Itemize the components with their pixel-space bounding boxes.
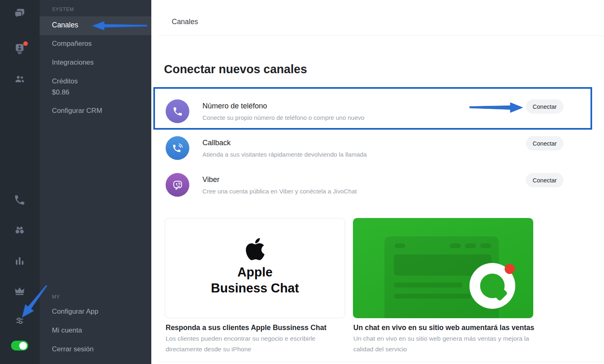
- jivochat-logo-icon: [469, 263, 515, 309]
- upgrade-icon[interactable]: [13, 285, 26, 297]
- sidebar-item-creditos[interactable]: Créditos: [52, 77, 78, 85]
- reports-icon[interactable]: [13, 255, 26, 267]
- section-label-my: MY: [52, 294, 60, 300]
- apple-card-line1: Apple: [237, 264, 272, 280]
- apple-card-caption-text: Los clientes pueden encontrar su negocio…: [166, 333, 321, 355]
- sidebar-item-configurar-app[interactable]: Configurar App: [52, 308, 98, 316]
- sidebar-item-cerrar-sesion[interactable]: Cerrar sesión: [52, 345, 94, 353]
- sidebar-item-configurar-crm[interactable]: Configurar CRM: [52, 107, 102, 115]
- channel-description: Atienda a sus visitantes rápidamente dev…: [202, 151, 367, 158]
- section-label-system: SYSTEM: [52, 7, 74, 12]
- header-divider: [158, 36, 604, 36]
- settings-menu: SYSTEM Canales Compañeros Integraciones …: [40, 0, 151, 364]
- sidebar-item-label: Canales: [52, 21, 78, 29]
- bottom-divider: [158, 362, 604, 362]
- phone-channel-icon: [166, 99, 189, 123]
- page-title: Canales: [172, 18, 198, 26]
- channel-name: Viber: [202, 175, 220, 184]
- icon-rail: [0, 0, 40, 364]
- livechat-card-caption-title: Un chat en vivo en su sitio web aumentar…: [353, 324, 534, 332]
- connect-phone-button[interactable]: Conectar: [526, 99, 564, 114]
- connect-viber-button[interactable]: Conectar: [526, 173, 564, 187]
- tracker-icon[interactable]: [13, 224, 26, 236]
- apple-card-line2: Business Chat: [211, 280, 299, 296]
- section-heading: Conectar nuevos canales: [164, 63, 307, 76]
- notification-badge: [23, 41, 28, 46]
- callback-channel-icon: [166, 136, 189, 160]
- main-content: Canales Conectar nuevos canales Número d…: [151, 0, 604, 364]
- sidebar-item-canales[interactable]: Canales: [40, 16, 151, 35]
- sidebar-item-companeros[interactable]: Compañeros: [52, 40, 92, 48]
- sidebar-item-creditos-value[interactable]: $0.86: [52, 88, 70, 97]
- chats-icon[interactable]: [13, 7, 26, 20]
- sidebar-item-integraciones[interactable]: Integraciones: [52, 58, 94, 67]
- apple-card-caption-title: Responda a sus clientes Apple Bussiness …: [166, 324, 326, 332]
- toggle-knob: [19, 342, 27, 350]
- apple-logo-icon: [245, 236, 266, 262]
- apple-business-chat-card[interactable]: Apple Business Chat: [165, 218, 345, 318]
- viber-channel-icon: [166, 173, 189, 197]
- connect-callback-button[interactable]: Conectar: [526, 136, 564, 151]
- contacts-icon[interactable]: [13, 43, 26, 55]
- livechat-promo-card[interactable]: [353, 218, 533, 318]
- settings-icon[interactable]: [13, 315, 26, 327]
- phone-icon[interactable]: [13, 194, 26, 206]
- sidebar-item-mi-cuenta[interactable]: Mi cuenta: [52, 326, 82, 335]
- channel-description: Conecte su propio número de teléfono o c…: [202, 114, 364, 121]
- channel-name: Callback: [202, 139, 231, 147]
- online-status-toggle[interactable]: [11, 341, 28, 351]
- team-icon[interactable]: [13, 73, 26, 85]
- channel-name: Número de teléfono: [202, 102, 267, 110]
- channel-description: Cree una cuenta pública en Viber y conéc…: [202, 188, 357, 195]
- livechat-card-caption-text: Un chat en vivo en su sitio web genera m…: [353, 333, 533, 355]
